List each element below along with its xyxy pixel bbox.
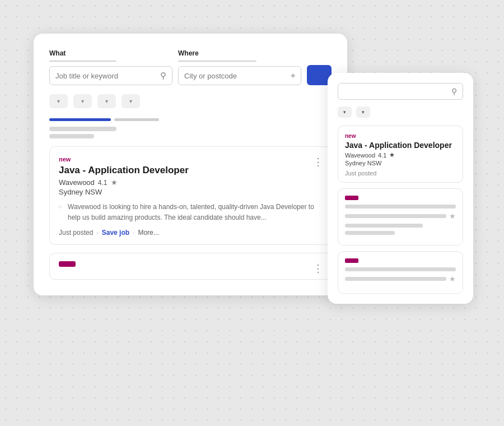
- mobile-search-icon: ⚲: [451, 87, 457, 96]
- filter-btn-3[interactable]: [97, 94, 116, 108]
- where-input-wrap: ⌖: [178, 66, 301, 85]
- company-rating: 4.1: [98, 179, 108, 187]
- ph-star-row: ★: [345, 212, 456, 220]
- ph-line-4: [345, 267, 456, 271]
- text-line-1: [49, 127, 116, 131]
- mobile-company-rating: 4.1: [378, 152, 386, 159]
- location-pin-icon: ⌖: [291, 71, 295, 81]
- mobile-rating-star-icon: ★: [389, 151, 395, 159]
- job-desc-item-1: Wavewood is looking to hire a hands-on, …: [59, 202, 322, 223]
- job-title: Java - Application Developer: [59, 165, 322, 176]
- posted-time: Just posted: [59, 229, 93, 237]
- mobile-placeholder-card-3: ★: [338, 251, 463, 294]
- progress-text-lines: [49, 127, 332, 138]
- mobile-job-company: Wavewood 4.1 ★: [345, 151, 456, 159]
- kebab-menu-icon-2[interactable]: ⋮: [313, 262, 323, 275]
- progress-area: [49, 118, 332, 138]
- mobile-job-location: Sydney NSW: [345, 160, 456, 166]
- mobile-posted-time: Just posted: [345, 170, 456, 177]
- filter-btn-4[interactable]: [122, 94, 140, 108]
- filter-btn-1[interactable]: [49, 94, 68, 108]
- ph-line-1: [345, 205, 456, 209]
- rating-star-icon: ★: [111, 178, 118, 187]
- job-card: ⋮ new Java - Application Developer Wavew…: [49, 146, 332, 245]
- job-company: Wavewood 4.1 ★: [59, 178, 322, 187]
- filter-btn-2[interactable]: [73, 94, 92, 108]
- desktop-search-card: What ⚲ Where ⌖: [34, 34, 347, 295]
- mobile-placeholder-card-2: ★: [338, 188, 463, 246]
- mobile-search-input[interactable]: [344, 87, 451, 95]
- progress-bar-filled: [49, 118, 111, 121]
- mobile-filter-btn-2[interactable]: [356, 106, 370, 118]
- progress-bar-row: [49, 118, 332, 121]
- ph-line-2: [345, 224, 423, 228]
- mobile-job-card: new Java - Application Developer Wavewoo…: [338, 126, 463, 183]
- what-col: What ⚲: [49, 49, 172, 85]
- what-input[interactable]: [55, 72, 160, 80]
- ph-star-line: [345, 214, 446, 218]
- partial-badge: [59, 261, 76, 267]
- footer-dot-2: ·: [133, 229, 134, 237]
- more-link[interactable]: More...: [138, 229, 158, 237]
- kebab-menu-icon[interactable]: ⋮: [313, 156, 323, 168]
- job-footer: Just posted · Save job · More...: [59, 229, 322, 237]
- where-label: Where: [178, 49, 301, 57]
- job-badge-new: new: [59, 156, 322, 163]
- ph-star-row-2: ★: [345, 275, 456, 283]
- progress-bar-empty: [114, 118, 159, 121]
- where-input[interactable]: [184, 72, 291, 80]
- mobile-filter-btn-1[interactable]: [338, 106, 352, 118]
- mobile-search-card: ⚲ new Java - Application Developer Wavew…: [328, 73, 473, 304]
- text-line-2: [49, 134, 94, 138]
- ph-star-icon: ★: [449, 212, 456, 220]
- ph-badge-3: [345, 258, 358, 263]
- ph-star-icon-2: ★: [449, 275, 456, 283]
- mobile-job-badge: new: [345, 133, 456, 139]
- what-label: What: [49, 49, 172, 57]
- ph-badge-2: [345, 196, 358, 200]
- job-location: Sydney NSW: [59, 188, 322, 196]
- search-row: What ⚲ Where ⌖: [49, 49, 332, 85]
- job-card-partial: ⋮: [49, 253, 332, 280]
- ph-line-3: [345, 231, 395, 235]
- save-job-link[interactable]: Save job: [102, 229, 129, 237]
- mobile-search-wrap: ⚲: [338, 83, 463, 100]
- what-input-wrap: ⚲: [49, 66, 172, 85]
- ph-star-line-2: [345, 277, 446, 281]
- mobile-filter-row: [338, 106, 463, 118]
- search-icon: ⚲: [160, 71, 166, 81]
- where-col: Where ⌖: [178, 49, 301, 85]
- mobile-job-title: Java - Application Developer: [345, 141, 456, 150]
- job-description: Wavewood is looking to hire a hands-on, …: [59, 202, 322, 223]
- company-name: Wavewood: [59, 178, 95, 187]
- footer-dot-1: ·: [96, 229, 98, 237]
- mobile-company-name: Wavewood: [345, 152, 375, 159]
- filter-row: [49, 94, 332, 108]
